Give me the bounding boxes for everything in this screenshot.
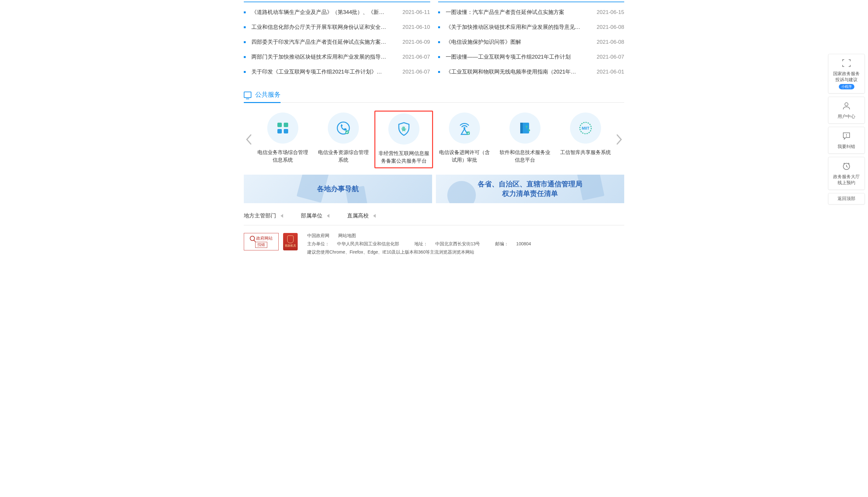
footer-zip-label: 邮编： — [495, 241, 509, 246]
scan-icon — [842, 59, 851, 68]
service-label: 电信业务资源综合管理系统 — [315, 149, 371, 164]
service-list: 电信业务市场综合管理信息系统电信业务资源综合管理系统备非经营性互联网信息服务备案… — [253, 111, 615, 168]
service-label: 电信设备进网许可（含试用）审批 — [436, 149, 492, 164]
news-item[interactable]: 四部委关于印发汽车产品生产者责任延伸试点实施方案…2021-06-09 — [244, 34, 430, 49]
carousel-next-button[interactable] — [615, 131, 624, 147]
news-date: 2021-06-10 — [403, 24, 430, 30]
triangle-left-icon — [373, 214, 376, 218]
svg-text:MIIT: MIIT — [582, 126, 590, 131]
side-report-error[interactable]: 我要纠错 — [828, 127, 865, 154]
news-item[interactable]: 两部门关于加快推动区块链技术应用和产业发展的指导…2021-06-07 — [244, 49, 430, 64]
footer-browser-note: 建议您使用Chrome、Firefox、Edge、IE10及以上版本和360等主… — [307, 250, 624, 255]
svg-rect-0 — [278, 123, 282, 127]
gov-site-error-badge[interactable]: 政府网站 找错 — [244, 233, 279, 251]
bottom-link[interactable]: 直属高校 — [347, 212, 376, 219]
service-label: 软件和信息技术服务业信息平台 — [497, 149, 553, 164]
bullet-icon — [438, 56, 440, 58]
news-date: 2021-06-01 — [597, 69, 624, 75]
back-to-top-button[interactable]: 返回顶部 — [828, 193, 865, 204]
news-date: 2021-06-08 — [597, 39, 624, 45]
news-title: 工业和信息化部办公厅关于开展车联网身份认证和安全… — [252, 24, 398, 31]
news-title: 一图读懂——工业互联网专项工作组2021年工作计划 — [446, 53, 593, 60]
news-title: 《关于加快推动区块链技术应用和产业发展的指导意见… — [446, 24, 593, 31]
triangle-left-icon — [327, 214, 329, 218]
footer-addr: 中国北京西长安街13号 — [435, 241, 480, 246]
footer: 政府网站 找错 党政机关 中国政府网 网站地图 主办单位：中华人民共和国工业和信… — [244, 225, 624, 261]
side-complaint-card[interactable]: 国家政务服务 投诉与建议 小程序 — [828, 54, 865, 94]
banner-local-services[interactable]: 各地办事导航 — [244, 175, 432, 203]
service-icon: 备 — [388, 113, 419, 144]
news-title: 一图读懂：汽车产品生产者责任延伸试点实施方案 — [446, 9, 593, 16]
banner-authority-list[interactable]: 各省、自治区、直辖市通信管理局权力清单责任清单 — [436, 175, 624, 203]
news-item[interactable]: 关于印发《工业互联网专项工作组2021年工作计划》…2021-06-07 — [244, 64, 430, 79]
bullet-icon — [244, 56, 246, 58]
side-user-center[interactable]: 用户中心 — [828, 97, 865, 124]
svg-point-11 — [526, 126, 527, 127]
news-item[interactable]: 《工业互联网和物联网无线电频率使用指南（2021年…2021-06-01 — [438, 64, 625, 79]
bullet-icon — [438, 26, 440, 28]
news-item[interactable]: 一图读懂——工业互联网专项工作组2021年工作计划2021-06-07 — [438, 49, 625, 64]
service-card[interactable]: 软件和信息技术服务业信息平台 — [496, 111, 554, 168]
banner-left-text: 各地办事导航 — [317, 184, 359, 194]
svg-point-17 — [846, 136, 847, 137]
side-appointment[interactable]: 政务服务大厅 线上预约 — [828, 157, 865, 190]
party-gov-badge[interactable]: 党政机关 — [283, 233, 298, 251]
service-card[interactable]: 电信设备进网许可（含试用）审批 — [435, 111, 494, 168]
triangle-left-icon — [281, 214, 283, 218]
service-card[interactable]: 电信业务资源综合管理系统 — [314, 111, 372, 168]
news-title: 《工业互联网和物联网无线电频率使用指南（2021年… — [446, 68, 593, 75]
bottom-links: 地方主管部门部属单位直属高校 — [244, 203, 624, 225]
news-item[interactable]: 《关于加快推动区块链技术应用和产业发展的指导意见…2021-06-08 — [438, 20, 625, 34]
service-label: 工信智库共享服务系统 — [557, 149, 613, 156]
footer-text: 中国政府网 网站地图 主办单位：中华人民共和国工业和信息化部 地址：中国北京西长… — [307, 233, 624, 258]
bottom-link[interactable]: 地方主管部门 — [244, 212, 283, 219]
svg-rect-1 — [284, 123, 288, 127]
news-date: 2021-06-15 — [597, 9, 624, 16]
footer-link-gov[interactable]: 中国政府网 — [307, 233, 329, 238]
bullet-icon — [244, 26, 246, 28]
service-icon: MIIT — [570, 113, 601, 144]
news-date: 2021-06-07 — [403, 54, 430, 60]
svg-rect-2 — [278, 129, 282, 133]
news-item[interactable]: 工业和信息化部办公厅关于开展车联网身份认证和安全…2021-06-10 — [244, 20, 430, 34]
carousel-prev-button[interactable] — [244, 131, 253, 147]
public-service-header: 公共服务 — [244, 90, 624, 103]
footer-zip: 100804 — [516, 241, 531, 246]
public-service-title: 公共服务 — [255, 90, 281, 99]
svg-point-12 — [528, 129, 530, 131]
user-icon — [842, 101, 851, 110]
svg-rect-8 — [467, 131, 470, 135]
news-title: 关于印发《工业互联网专项工作组2021年工作计划》… — [252, 68, 398, 75]
news-item[interactable]: 《电信设施保护知识问答》图解2021-06-08 — [438, 34, 625, 49]
news-date: 2021-06-09 — [403, 39, 430, 45]
monitor-icon — [244, 91, 252, 98]
service-card[interactable]: 电信业务市场综合管理信息系统 — [253, 111, 312, 168]
news-title: 《电信设施保护知识问答》图解 — [446, 38, 593, 46]
bullet-icon — [244, 71, 246, 73]
footer-host-label: 主办单位： — [307, 241, 329, 246]
bullet-icon — [438, 71, 440, 73]
news-item[interactable]: 《道路机动车辆生产企业及产品》（第344批）、《新…2021-06-11 — [244, 5, 430, 20]
footer-badges: 政府网站 找错 党政机关 — [244, 233, 298, 258]
news-title: 两部门关于加快推动区块链技术应用和产业发展的指导… — [252, 53, 398, 60]
footer-addr-label: 地址： — [414, 241, 428, 246]
service-icon — [510, 113, 541, 144]
chevron-left-icon — [245, 134, 252, 145]
service-card[interactable]: MIIT工信智库共享服务系统 — [556, 111, 615, 168]
bottom-link[interactable]: 部属单位 — [301, 212, 329, 219]
news-date: 2021-06-08 — [597, 24, 624, 30]
news-item[interactable]: 一图读懂：汽车产品生产者责任延伸试点实施方案2021-06-15 — [438, 5, 625, 20]
service-icon — [267, 113, 298, 144]
svg-point-15 — [845, 103, 848, 106]
svg-text:备: 备 — [401, 126, 407, 131]
service-card[interactable]: 备非经营性互联网信息服务备案公共服务平台 — [374, 111, 433, 168]
service-carousel: 电信业务市场综合管理信息系统电信业务资源综合管理系统备非经营性互联网信息服务备案… — [244, 111, 624, 168]
news-column-right: 一图读懂：汽车产品生产者责任延伸试点实施方案2021-06-15《关于加快推动区… — [438, 2, 625, 79]
news-date: 2021-06-07 — [597, 54, 624, 60]
side-panel: 国家政务服务 投诉与建议 小程序 用户中心 我要纠错 政务服务大厅 线上预约 返… — [828, 54, 865, 204]
svg-rect-10 — [520, 123, 523, 133]
chevron-right-icon — [616, 134, 623, 145]
footer-link-sitemap[interactable]: 网站地图 — [338, 233, 356, 238]
footer-host-value: 中华人民共和国工业和信息化部 — [337, 241, 399, 246]
news-date: 2021-06-07 — [403, 69, 430, 75]
